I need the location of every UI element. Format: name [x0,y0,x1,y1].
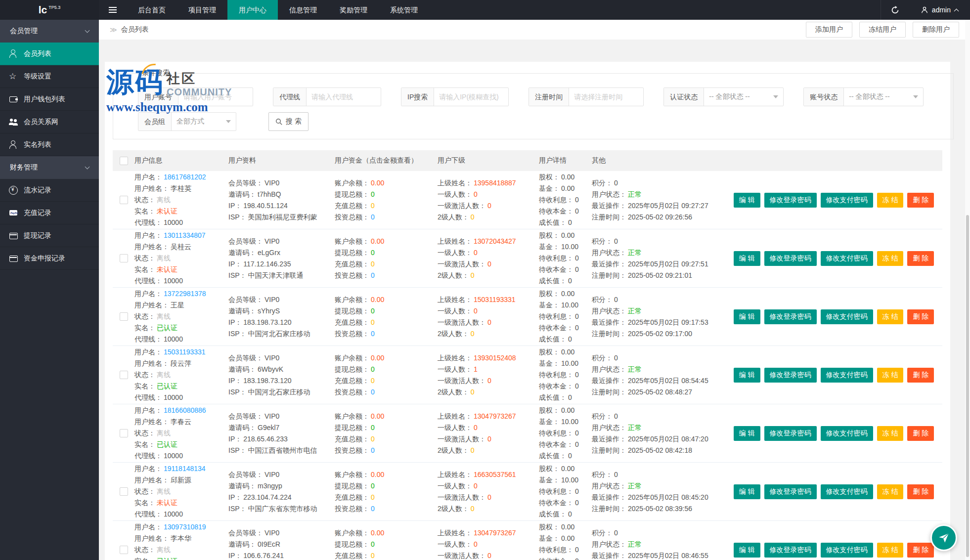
withdraw-value[interactable]: 0 [371,422,375,433]
invest-value[interactable]: 0 [371,503,375,515]
edit-button[interactable]: 编 辑 [734,309,760,324]
withdraw-value[interactable]: 0 [371,539,375,550]
invest-value[interactable]: 0 [371,328,375,340]
edit-button[interactable]: 编 辑 [734,251,760,266]
sidebar-item[interactable]: 会员列表 [0,43,99,65]
recharge-value[interactable]: 0 [371,258,375,270]
account-input[interactable] [178,88,253,106]
edit-button[interactable]: 编 辑 [734,193,760,208]
delete-button[interactable]: 删 除 [907,543,934,558]
recharge-value[interactable]: 0 [371,550,375,560]
sidebar-section-title[interactable]: 财务管理 [0,156,99,179]
change-pay-password-button[interactable]: 修改支付密码 [821,193,873,208]
row-checkbox[interactable] [120,429,128,437]
member-group-select[interactable]: 全部方式 [172,113,236,130]
sidebar-item[interactable]: 用户钱包列表 [0,88,99,111]
customer-service-float-button[interactable] [930,524,957,551]
invest-value[interactable]: 0 [371,445,375,456]
recharge-value[interactable]: 0 [371,433,375,445]
ip-input[interactable] [434,88,508,106]
parent-value[interactable]: 13047973267 [474,411,516,422]
parent-value[interactable]: 13958418887 [474,177,516,189]
freeze-user-button[interactable]: 冻结用户 [859,22,906,38]
freeze-button[interactable]: 冻 结 [877,193,904,208]
top-menu-item[interactable]: 后台首页 [127,0,177,20]
row-checkbox[interactable] [120,254,128,262]
parent-value[interactable]: 13072043427 [474,236,516,247]
freeze-button[interactable]: 冻 结 [877,309,904,324]
auth-status-select[interactable]: -- 全部状态 -- [704,88,783,106]
change-pay-password-button[interactable]: 修改支付密码 [821,309,873,324]
change-pay-password-button[interactable]: 修改支付密码 [821,368,873,383]
row-checkbox[interactable] [120,546,128,554]
withdraw-value[interactable]: 0 [371,247,375,258]
withdraw-value[interactable]: 0 [371,305,375,317]
delete-button[interactable]: 删 除 [907,484,934,499]
username-value[interactable]: 19118148134 [164,463,206,474]
change-pay-password-button[interactable]: 修改支付密码 [821,426,873,441]
balance-value[interactable]: 0.00 [371,294,384,305]
delete-button[interactable]: 删 除 [907,368,934,383]
username-value[interactable]: 13097310819 [164,521,206,533]
sidebar-item[interactable]: 会员关系网 [0,111,99,133]
freeze-button[interactable]: 冻 结 [877,543,904,558]
parent-value[interactable]: 15031193331 [474,294,516,305]
balance-value[interactable]: 0.00 [371,411,384,422]
refresh-button[interactable] [881,0,909,20]
parent-value[interactable]: 13930152408 [474,352,516,364]
sidebar-toggle-button[interactable] [99,0,127,20]
freeze-button[interactable]: 冻 结 [877,251,904,266]
parent-value[interactable]: 16630537561 [474,469,516,480]
edit-button[interactable]: 编 辑 [734,484,760,499]
edit-button[interactable]: 编 辑 [734,426,760,441]
username-value[interactable]: 15031193331 [164,346,206,358]
withdraw-value[interactable]: 0 [371,480,375,492]
top-menu-item[interactable]: 系统管理 [379,0,429,20]
sidebar-item[interactable]: 充值记录 [0,202,99,224]
edit-button[interactable]: 编 辑 [734,543,760,558]
scrollbar-thumb[interactable] [966,215,969,557]
delete-button[interactable]: 删 除 [907,251,934,266]
recharge-value[interactable]: 0 [371,492,375,503]
username-value[interactable]: 18166080886 [164,405,206,416]
row-checkbox[interactable] [120,487,128,496]
regtime-input[interactable] [569,88,643,106]
change-login-password-button[interactable]: 修改登录密码 [764,193,817,208]
recharge-value[interactable]: 0 [371,200,375,212]
recharge-value[interactable]: 0 [371,317,375,328]
change-pay-password-button[interactable]: 修改支付密码 [821,543,873,558]
change-login-password-button[interactable]: 修改登录密码 [764,426,817,441]
delete-button[interactable]: 删 除 [907,426,934,441]
recharge-value[interactable]: 0 [371,375,375,387]
select-all-checkbox[interactable] [120,157,128,165]
change-login-password-button[interactable]: 修改登录密码 [764,368,817,383]
top-menu-item[interactable]: 奖励管理 [328,0,379,20]
admin-menu[interactable]: admin [909,0,970,20]
sidebar-item[interactable]: 实名列表 [0,133,99,156]
row-checkbox[interactable] [120,196,128,204]
change-login-password-button[interactable]: 修改登录密码 [764,543,817,558]
row-checkbox[interactable] [120,371,128,379]
delete-button[interactable]: 删 除 [907,193,934,208]
invest-value[interactable]: 0 [371,212,375,223]
vertical-scrollbar[interactable] [965,20,970,560]
sidebar-section-title[interactable]: 会员管理 [0,20,99,43]
search-button[interactable]: 搜 索 [268,112,309,131]
top-menu-item[interactable]: 用户中心 [227,0,278,20]
change-login-password-button[interactable]: 修改登录密码 [764,484,817,499]
sidebar-item[interactable]: 等级设置 [0,65,99,88]
username-value[interactable]: 13011334807 [164,230,206,241]
sidebar-item[interactable]: 提现记录 [0,224,99,247]
add-user-button[interactable]: 添加用户 [806,22,852,38]
delete-user-button[interactable]: 删除用户 [913,22,959,38]
change-login-password-button[interactable]: 修改登录密码 [764,251,817,266]
freeze-button[interactable]: 冻 结 [877,426,904,441]
parent-value[interactable]: 13047973267 [474,527,516,539]
invest-value[interactable]: 0 [371,387,375,398]
edit-button[interactable]: 编 辑 [734,368,760,383]
sidebar-item[interactable]: 资金申报记录 [0,247,99,270]
agent-input[interactable] [307,88,381,106]
change-pay-password-button[interactable]: 修改支付密码 [821,251,873,266]
withdraw-value[interactable]: 0 [371,364,375,375]
row-checkbox[interactable] [120,312,128,321]
